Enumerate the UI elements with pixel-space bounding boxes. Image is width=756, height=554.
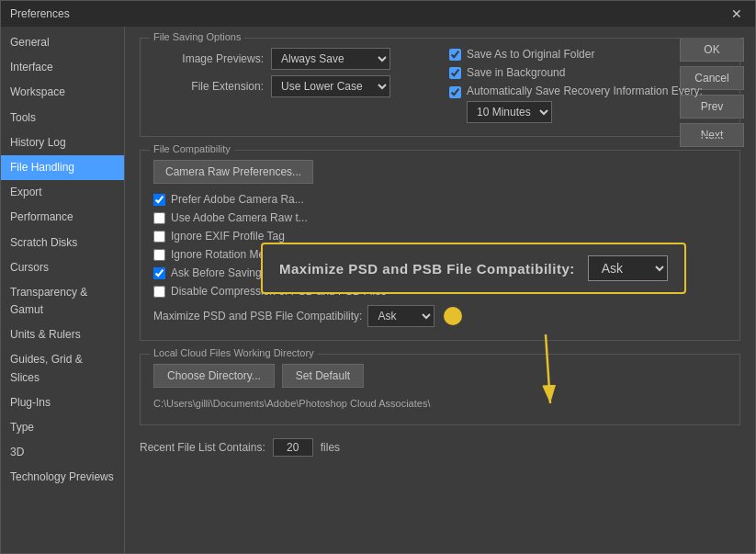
recent-input[interactable] [273, 438, 313, 457]
recent-row: Recent File List Contains: files [140, 438, 740, 457]
use-adobe-label: Use Adobe Camera Raw t... [171, 211, 308, 224]
content-area: General Interface Workspace Tools Histor… [1, 27, 755, 553]
cloud-path: C:\Users\gilli\Documents\Adobe\Photoshop… [153, 395, 727, 412]
window-title: Preferences [10, 7, 70, 20]
file-compat-label: File Compatibility [150, 143, 234, 154]
file-saving-section: File Saving Options Image Previews: Alwa… [140, 38, 740, 137]
save-in-background-row: Save in Background [449, 66, 727, 79]
choose-dir-btn[interactable]: Choose Directory... [153, 364, 275, 388]
disable-compression-checkbox[interactable] [153, 286, 165, 298]
file-saving-form: Image Previews: Always Save Never Save A… [153, 48, 431, 123]
sidebar-item-guides-grid[interactable]: Guides, Grid & Slices [1, 347, 124, 390]
save-in-background-label: Save in Background [467, 66, 565, 79]
sidebar-item-general[interactable]: General [1, 30, 124, 55]
main-panel: OK Cancel Prev Next File Saving Options … [125, 27, 755, 553]
prefer-adobe-row: Prefer Adobe Camera Ra... [153, 193, 727, 206]
local-cloud-section: Local Cloud Files Working Directory Choo… [140, 354, 740, 425]
auto-save-info: Automatically Save Recovery Information … [467, 85, 703, 123]
recent-label: Recent File List Contains: [140, 441, 265, 454]
sidebar-item-plug-ins[interactable]: Plug-Ins [1, 390, 124, 415]
local-cloud-label: Local Cloud Files Working Directory [150, 347, 318, 358]
save-as-original-label: Save As to Original Folder [467, 48, 594, 61]
sidebar-item-tools[interactable]: Tools [1, 106, 124, 130]
sidebar-item-units-rulers[interactable]: Units & Rulers [1, 322, 124, 347]
sidebar: General Interface Workspace Tools Histor… [1, 27, 125, 553]
sidebar-item-transparency-gamut[interactable]: Transparency & Gamut [1, 280, 124, 322]
file-saving-label: File Saving Options [150, 31, 244, 42]
auto-save-checkbox[interactable] [449, 86, 461, 98]
prefer-adobe-checkbox[interactable] [153, 194, 165, 206]
ask-before-saving-checkbox[interactable] [153, 267, 165, 279]
save-as-original-checkbox[interactable] [449, 49, 461, 61]
tooltip-select[interactable]: Ask Never Always [588, 255, 668, 281]
image-previews-select[interactable]: Always Save Never Save Ask When Saving [271, 48, 390, 70]
ignore-exif-row: Ignore EXIF Profile Tag [153, 230, 727, 243]
use-adobe-row: Use Adobe Camera Raw t... [153, 211, 727, 224]
local-cloud-buttons: Choose Directory... Set Default [153, 364, 727, 388]
recent-suffix: files [321, 441, 340, 454]
tooltip-text: Maximize PSD and PSB File Compatibility: [279, 261, 575, 277]
maximize-select[interactable]: Ask Never Always [367, 305, 434, 327]
save-as-original-row: Save As to Original Folder [449, 48, 727, 61]
image-previews-row: Image Previews: Always Save Never Save A… [153, 48, 431, 70]
sidebar-item-workspace[interactable]: Workspace [1, 80, 124, 105]
preferences-window: Preferences ✕ General Interface Workspac… [0, 0, 756, 554]
file-extension-label: File Extension: [153, 80, 264, 93]
yellow-dot [444, 307, 462, 325]
sidebar-item-performance[interactable]: Performance [1, 205, 124, 230]
maximize-label: Maximize PSD and PSB File Compatibility: [153, 310, 362, 322]
set-default-btn[interactable]: Set Default [282, 364, 364, 388]
sidebar-item-scratch-disks[interactable]: Scratch Disks [1, 231, 124, 255]
ignore-exif-checkbox[interactable] [153, 231, 165, 243]
file-extension-select[interactable]: Use Lower Case Use Upper Case [271, 75, 390, 97]
sidebar-item-technology-previews[interactable]: Technology Previews [1, 465, 124, 490]
sidebar-item-file-handling[interactable]: File Handling [1, 155, 124, 180]
prefer-adobe-label: Prefer Adobe Camera Ra... [171, 193, 304, 206]
sidebar-item-interface[interactable]: Interface [1, 55, 124, 80]
tooltip-bubble: Maximize PSD and PSB File Compatibility:… [261, 243, 686, 294]
save-in-background-checkbox[interactable] [449, 67, 461, 79]
auto-save-row: Automatically Save Recovery Information … [449, 85, 727, 123]
sidebar-item-type[interactable]: Type [1, 415, 124, 440]
ignore-exif-label: Ignore EXIF Profile Tag [171, 230, 285, 243]
title-bar: Preferences ✕ [1, 1, 755, 27]
sidebar-item-cursors[interactable]: Cursors [1, 255, 124, 280]
sidebar-item-history-log[interactable]: History Log [1, 130, 124, 155]
image-previews-label: Image Previews: [153, 52, 264, 65]
ignore-rotation-checkbox[interactable] [153, 249, 165, 261]
auto-save-label: Automatically Save Recovery Information … [467, 85, 703, 97]
camera-raw-btn[interactable]: Camera Raw Preferences... [153, 160, 313, 184]
file-extension-row: File Extension: Use Lower Case Use Upper… [153, 75, 431, 97]
auto-save-select[interactable]: 1 Minute 5 Minutes 10 Minutes 15 Minutes… [467, 101, 552, 123]
use-adobe-checkbox[interactable] [153, 212, 165, 224]
sidebar-item-export[interactable]: Export [1, 180, 124, 205]
maximize-row: Maximize PSD and PSB File Compatibility:… [153, 305, 727, 327]
close-button[interactable]: ✕ [728, 5, 746, 23]
sidebar-item-3d[interactable]: 3D [1, 440, 124, 465]
file-saving-checkboxes: Save As to Original Folder Save in Backg… [449, 48, 727, 123]
